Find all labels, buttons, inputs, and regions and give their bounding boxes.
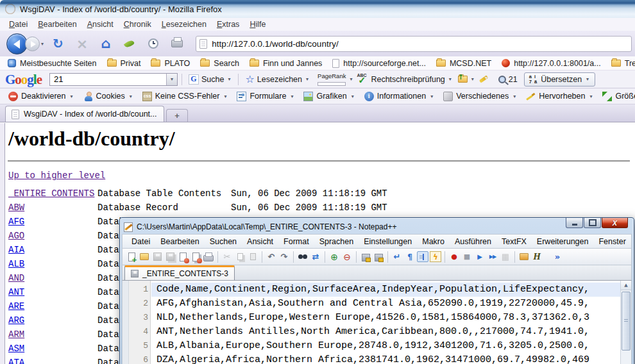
devbar-item-images[interactable]: Grafiken▾ — [299, 92, 359, 101]
listing-link[interactable]: ALB — [8, 257, 24, 271]
listing-link[interactable]: ATA — [8, 356, 24, 364]
close-all-icon[interactable] — [190, 251, 201, 262]
stop-icon[interactable]: × — [76, 36, 88, 52]
bookmark-item[interactable]: Finn und Jannes — [244, 59, 327, 68]
print-icon[interactable] — [203, 251, 214, 262]
sync-vertical-icon[interactable] — [360, 251, 371, 262]
paste-icon[interactable] — [247, 251, 258, 262]
indent-guide-icon[interactable] — [417, 251, 428, 262]
docmap-folder-icon[interactable] — [518, 251, 530, 262]
listing-link[interactable]: ARE — [8, 299, 24, 313]
reload-icon[interactable]: ↻ — [53, 36, 64, 51]
notepad-menu-textfx[interactable]: TextFX — [496, 237, 532, 246]
sync-horizontal-icon[interactable] — [373, 251, 384, 262]
minimize-button[interactable] — [566, 218, 583, 228]
notepad-titlebar[interactable]: C:\Users\Martin\AppData\Local\Temp\_ENTI… — [122, 220, 632, 234]
tab-wsgidav[interactable]: WsgiDAV - Index of /world-db/count... — [5, 106, 164, 122]
listing-link[interactable]: AFG — [8, 215, 24, 229]
notepad-menu-format[interactable]: Format — [278, 237, 314, 246]
new-tab-button[interactable]: + — [166, 109, 188, 122]
menu-item-extras[interactable]: Extras — [212, 19, 244, 30]
notepad-menu-bearbeiten[interactable]: Bearbeiten — [155, 237, 204, 246]
notepad-tab[interactable]: _ENTIRE_CONTENTS-3 — [124, 265, 235, 280]
google-search-button[interactable]: Suche▾ — [186, 74, 234, 85]
save-all-icon[interactable] — [164, 251, 176, 262]
devbar-item-disable[interactable]: Deaktivieren▾ — [4, 92, 79, 101]
close-file-icon[interactable] — [177, 251, 189, 262]
listing-link[interactable]: ABW — [8, 201, 24, 215]
devbar-item-info[interactable]: Informationen▾ — [360, 92, 439, 101]
listing-link[interactable]: _ENTIRE_CONTENTS — [8, 186, 94, 201]
vertical-scrollbar[interactable]: ▲ — [620, 281, 631, 364]
send-to-dropdown-icon[interactable]: ▾ — [471, 76, 474, 82]
macro-save-icon[interactable] — [500, 251, 511, 262]
save-icon[interactable] — [151, 251, 163, 262]
devbar-item-misc[interactable]: Verschiedenes▾ — [439, 92, 521, 101]
copy-icon[interactable] — [234, 251, 246, 262]
show-all-characters-icon[interactable] — [404, 251, 416, 262]
macro-stop-icon[interactable] — [461, 251, 473, 262]
devbar-item-cookies[interactable]: Cookies▾ — [79, 92, 138, 101]
replace-icon[interactable] — [310, 251, 321, 262]
menu-item-bearbeiten[interactable]: Bearbeiten — [33, 19, 81, 30]
search-dropdown-icon[interactable]: ▾ — [166, 74, 177, 85]
function-list-icon[interactable] — [430, 251, 441, 262]
menu-item-lesezeichen[interactable]: Lesezeichen — [157, 19, 212, 30]
open-file-icon[interactable] — [139, 251, 150, 262]
notepad-menu-makro[interactable]: Makro — [417, 237, 450, 246]
pagerank-dropdown-icon[interactable]: ▾ — [350, 76, 352, 82]
listing-link[interactable]: AND — [8, 271, 24, 285]
new-file-icon[interactable] — [126, 251, 137, 262]
listing-link[interactable]: ARG — [8, 313, 24, 327]
listing-link[interactable]: AIA — [8, 243, 24, 257]
bookmark-item[interactable]: Search — [195, 59, 244, 68]
notepad-menu-sprachen[interactable]: Sprachen — [314, 237, 359, 246]
highlighter-icon[interactable] — [479, 75, 488, 83]
notepad-menu-suchen[interactable]: Suchen — [205, 237, 242, 246]
bookmark-item[interactable]: http://127.0.0.1:8001/a... — [496, 59, 606, 68]
toolbar-overflow-icon[interactable] — [552, 251, 563, 262]
clock-addon-icon[interactable] — [148, 38, 158, 49]
undo-icon[interactable] — [266, 251, 277, 262]
find-count[interactable]: 21 — [492, 75, 520, 84]
cut-icon[interactable] — [221, 251, 233, 262]
devbar-item-resize[interactable]: Größe▾ — [598, 92, 635, 101]
bookmark-item[interactable]: PLATO — [146, 59, 195, 68]
notepad-menu-ansicht[interactable]: Ansicht — [242, 237, 278, 246]
notepad-menu-help[interactable]: ? — [631, 237, 635, 246]
scrollbar-thumb[interactable] — [622, 292, 631, 351]
maximize-button[interactable] — [584, 218, 601, 228]
zoom-in-icon[interactable] — [328, 251, 340, 262]
up-to-higher-level-link[interactable]: Up to higher level — [8, 170, 105, 181]
notepad-menu-einstellungen[interactable]: Einstellungen — [359, 237, 417, 246]
spellcheck-button[interactable]: ABC✓ Rechtschreibprüfung▾ — [353, 74, 455, 85]
print-icon[interactable] — [171, 40, 183, 47]
notepad-menu-erweiterungen[interactable]: Erweiterungen — [532, 237, 594, 246]
bookmark-item[interactable]: Tree Samples — [606, 59, 635, 68]
macro-record-icon[interactable] — [448, 251, 460, 262]
zoom-out-icon[interactable] — [341, 251, 353, 262]
word-wrap-icon[interactable] — [391, 251, 403, 262]
devbar-item-css[interactable]: Keine CSS-Fehler▾ — [138, 92, 233, 101]
bookmark-item[interactable]: http://sourceforge.net... — [327, 59, 431, 68]
bookmark-item[interactable]: MCSD.NET — [431, 59, 496, 68]
menu-item-ansicht[interactable]: Ansicht — [82, 19, 119, 30]
notepad-menu-fenster[interactable]: Fenster — [593, 237, 631, 246]
listing-link[interactable]: ASM — [8, 342, 24, 356]
editor-area[interactable]: 1Code,Name,Continent,Region,SurfaceArea,… — [122, 281, 632, 364]
devbar-item-forms[interactable]: Formulare▾ — [232, 92, 299, 101]
firefox-titlebar[interactable]: WsgiDAV - Index of /world-db/country/ - … — [0, 0, 635, 18]
menu-item-chronik[interactable]: Chronik — [119, 19, 157, 30]
google-bookmarks-button[interactable]: Lesezeichen▾ — [242, 74, 312, 85]
html-export-icon[interactable] — [531, 251, 543, 262]
translate-button[interactable]: a i 7 ä Übersetzen▾ — [524, 72, 595, 87]
google-search-box[interactable]: 21 ▾ — [49, 73, 178, 86]
forward-button[interactable] — [25, 37, 40, 51]
bookmark-item[interactable]: Meistbesuchte Seiten — [3, 59, 102, 68]
listing-link[interactable]: ANT — [8, 285, 24, 299]
find-icon[interactable] — [297, 251, 309, 262]
macro-play-icon[interactable] — [474, 251, 486, 262]
leaf-addon-icon[interactable] — [124, 38, 135, 49]
macro-run-multiple-icon[interactable] — [487, 251, 498, 262]
notepad-menu-ausführen[interactable]: Ausführen — [450, 237, 496, 246]
